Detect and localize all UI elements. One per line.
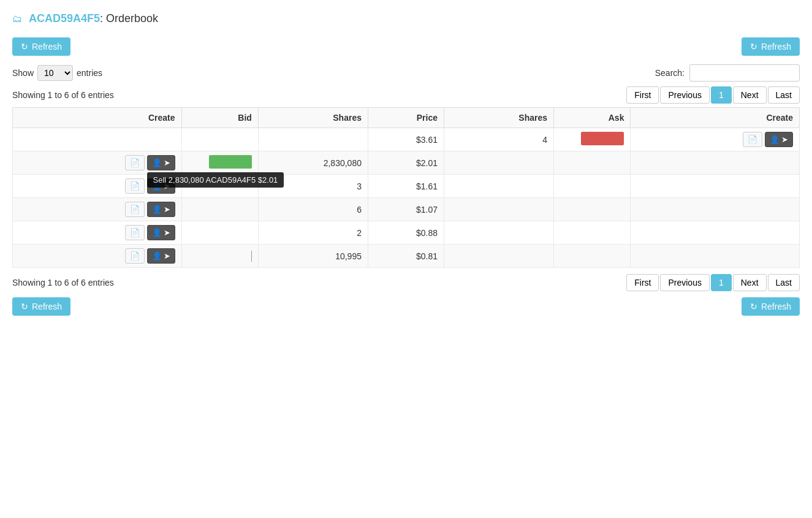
ask-bar-4 bbox=[554, 198, 631, 221]
create-left-3: 📄 👤 ➤ bbox=[13, 175, 182, 198]
first-button-top[interactable]: First bbox=[626, 86, 659, 104]
doc-icon-left-5: 📄 bbox=[130, 228, 140, 237]
green-bar-icon bbox=[209, 155, 252, 169]
doc-button-left-3[interactable]: 📄 bbox=[125, 178, 145, 194]
refresh-button-top-right[interactable]: ↻ Refresh bbox=[742, 37, 800, 56]
col-create-right: Create bbox=[631, 108, 800, 128]
sell-button-left-2-container: 👤 ➤ Sell 2,830,080 ACAD59A4F5 $2.01 bbox=[147, 155, 175, 170]
sell-button-left-6[interactable]: 👤 ➤ bbox=[147, 248, 175, 264]
col-bid: Bid bbox=[181, 108, 258, 128]
doc-icon-left-2: 📄 bbox=[130, 158, 140, 167]
table-row: 📄 👤 ➤ Sell 2,830,080 ACAD59A4F5 $2.01 bbox=[13, 151, 800, 175]
top-toolbar: ↻ Refresh ↻ Refresh bbox=[12, 37, 800, 56]
sell-button-left-2[interactable]: 👤 ➤ bbox=[147, 155, 175, 170]
previous-button-top[interactable]: Previous bbox=[660, 86, 709, 104]
orderbook-table: Create Bid Shares Price Shares Ask Creat… bbox=[12, 107, 800, 268]
bid-bar-6 bbox=[181, 245, 258, 268]
bid-bar-3 bbox=[181, 175, 258, 198]
doc-icon-left-3: 📄 bbox=[130, 181, 140, 191]
price-1: $3.61 bbox=[368, 128, 444, 151]
doc-button-left-2[interactable]: 📄 bbox=[125, 155, 145, 170]
next-button-bottom[interactable]: Next bbox=[733, 274, 767, 291]
refresh-button-bottom-left[interactable]: ↻ Refresh bbox=[12, 297, 70, 316]
refresh-label-top-left: Refresh bbox=[32, 42, 62, 51]
create-right-4 bbox=[631, 198, 800, 221]
entries-label: entries bbox=[77, 68, 102, 78]
shares-ask-1: 4 bbox=[444, 128, 553, 151]
person-icon-left-2: 👤 bbox=[152, 158, 162, 167]
shares-ask-2 bbox=[444, 151, 553, 175]
page-title: 🗂 ACAD59A4F5: Orderbook bbox=[12, 12, 158, 25]
refresh-icon-bottom-left: ↻ bbox=[21, 302, 28, 311]
refresh-icon-bottom-right: ↻ bbox=[750, 302, 757, 311]
page-header: 🗂 ACAD59A4F5: Orderbook bbox=[12, 12, 800, 25]
search-input[interactable] bbox=[689, 64, 800, 82]
doc-icon-left-6: 📄 bbox=[130, 251, 140, 261]
create-left-2: 📄 👤 ➤ Sell 2,830,080 ACAD59A4F5 $2.01 bbox=[13, 151, 182, 175]
refresh-icon-top-right: ↻ bbox=[750, 42, 757, 51]
table-row: 📄 👤 ➤ 3 $1.61 bbox=[13, 175, 800, 198]
sell-button-left-4[interactable]: 👤 ➤ bbox=[147, 202, 175, 217]
first-button-bottom[interactable]: First bbox=[626, 274, 659, 291]
previous-button-bottom[interactable]: Previous bbox=[660, 274, 709, 291]
red-bar-icon bbox=[581, 132, 624, 145]
price-6: $0.81 bbox=[368, 245, 444, 268]
create-left-4: 📄 👤 ➤ bbox=[13, 198, 182, 221]
doc-button-left-5[interactable]: 📄 bbox=[125, 225, 145, 240]
person-icon-left-4: 👤 bbox=[152, 205, 162, 214]
shares-bid-5: 2 bbox=[258, 221, 368, 245]
next-button-top[interactable]: Next bbox=[733, 86, 767, 104]
ask-bar-1 bbox=[554, 128, 631, 151]
person-icon-left-3: 👤 bbox=[152, 181, 162, 191]
person-icon-left-5: 👤 bbox=[152, 228, 162, 237]
person-icon-left-6: 👤 bbox=[152, 251, 162, 261]
col-shares-bid: Shares bbox=[258, 108, 368, 128]
price-5: $0.88 bbox=[368, 221, 444, 245]
shares-bid-6: 10,995 bbox=[258, 245, 368, 268]
bid-1 bbox=[181, 128, 258, 151]
create-right-2 bbox=[631, 151, 800, 175]
last-button-bottom[interactable]: Last bbox=[768, 274, 800, 291]
refresh-button-bottom-right[interactable]: ↻ Refresh bbox=[742, 297, 800, 316]
sell-button-left-3[interactable]: 👤 ➤ bbox=[147, 178, 175, 194]
refresh-label-top-right: Refresh bbox=[761, 42, 791, 51]
doc-button-right-1[interactable]: 📄 bbox=[743, 132, 762, 147]
table-row: 📄 👤 ➤ 6 $1.07 bbox=[13, 198, 800, 221]
refresh-icon-top-left: ↻ bbox=[21, 42, 28, 51]
price-3: $1.61 bbox=[368, 175, 444, 198]
pagination-row-top: Showing 1 to 6 of 6 entries First Previo… bbox=[12, 86, 800, 104]
table-row: 📄 👤 ➤ 10,995 $0.81 bbox=[13, 245, 800, 268]
create-left-5: 📄 👤 ➤ bbox=[13, 221, 182, 245]
col-ask: Ask bbox=[554, 108, 631, 128]
arrow-icon-right-1: ➤ bbox=[781, 135, 788, 144]
shares-bid-4: 6 bbox=[258, 198, 368, 221]
search-box: Search: bbox=[655, 64, 800, 82]
pagination-top: First Previous 1 Next Last bbox=[626, 86, 800, 104]
create-right-3 bbox=[631, 175, 800, 198]
ask-bar-2 bbox=[554, 151, 631, 175]
page-1-button-top[interactable]: 1 bbox=[711, 86, 732, 104]
page-1-button-bottom[interactable]: 1 bbox=[711, 274, 732, 291]
col-shares-ask: Shares bbox=[444, 108, 553, 128]
sell-button-right-1[interactable]: 👤 ➤ bbox=[765, 132, 793, 147]
vertical-bar-6 bbox=[251, 251, 252, 262]
refresh-label-bottom-right: Refresh bbox=[761, 302, 791, 311]
doc-button-left-4[interactable]: 📄 bbox=[125, 202, 145, 217]
create-left-1 bbox=[13, 128, 182, 151]
col-create-left: Create bbox=[13, 108, 182, 128]
sell-button-left-5[interactable]: 👤 ➤ bbox=[147, 225, 175, 240]
table-row: $3.61 4 📄 👤 ➤ bbox=[13, 128, 800, 151]
title-id: ACAD59A4F5 bbox=[29, 12, 100, 25]
arrow-icon-left-4: ➤ bbox=[164, 205, 170, 214]
shares-bid-3: 3 bbox=[258, 175, 368, 198]
refresh-button-top-left[interactable]: ↻ Refresh bbox=[12, 37, 70, 56]
showing-text-top: Showing 1 to 6 of 6 entries bbox=[12, 90, 114, 100]
pagination-row-bottom: Showing 1 to 6 of 6 entries First Previo… bbox=[12, 274, 800, 291]
ask-bar-5 bbox=[554, 221, 631, 245]
arrow-icon-left-3: ➤ bbox=[164, 181, 170, 191]
show-entries: Show 10 25 50 100 entries bbox=[12, 65, 102, 81]
entries-select[interactable]: 10 25 50 100 bbox=[37, 65, 73, 81]
doc-button-left-6[interactable]: 📄 bbox=[125, 248, 145, 264]
folder-icon: 🗂 bbox=[12, 13, 22, 24]
last-button-top[interactable]: Last bbox=[768, 86, 800, 104]
